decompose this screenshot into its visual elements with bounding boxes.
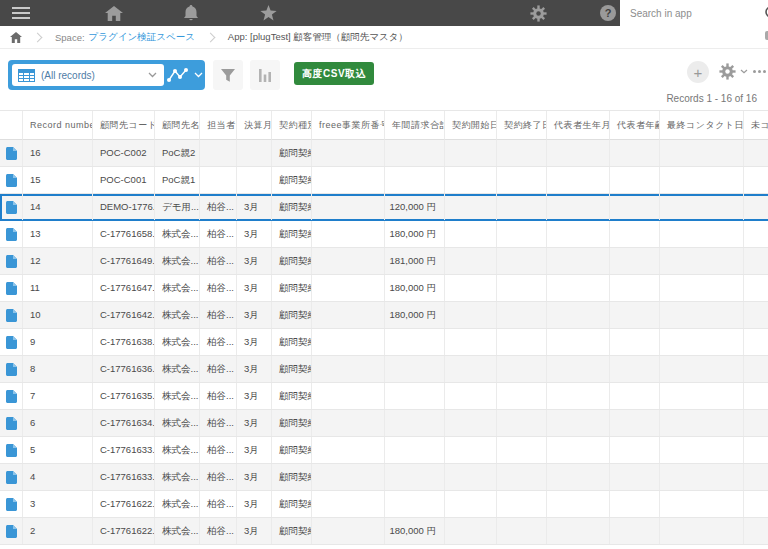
table-row[interactable]: 14DEMO-1776...デモ用...柏谷...3月顧問契約120,000 円 bbox=[0, 194, 768, 221]
column-header[interactable]: 顧問先名 bbox=[155, 111, 200, 140]
record-open-icon[interactable] bbox=[0, 248, 23, 274]
table-row[interactable]: 15POC-C001PoC親1顧問契約 bbox=[0, 167, 768, 194]
table-cell: DEMO-1776... bbox=[93, 194, 155, 220]
table-row[interactable]: 9C-17761638...株式会...柏谷...3月顧問契約 bbox=[0, 329, 768, 356]
home-icon[interactable] bbox=[102, 0, 126, 26]
node-graph-icon bbox=[167, 67, 189, 83]
record-open-icon[interactable] bbox=[0, 140, 23, 166]
app-settings-button[interactable] bbox=[719, 63, 748, 80]
table-cell bbox=[385, 329, 445, 355]
record-open-icon[interactable] bbox=[0, 194, 23, 220]
table-cell: 顧問契約 bbox=[272, 410, 312, 436]
column-header[interactable]: 年間請求合計 bbox=[385, 111, 445, 140]
column-header[interactable]: 最終コンタクト日 bbox=[660, 111, 744, 140]
table-row[interactable]: 4C-17761633...株式会...柏谷...3月顧問契約 bbox=[0, 464, 768, 491]
settings-gear-icon[interactable] bbox=[526, 0, 550, 26]
table-cell: 柏谷... bbox=[200, 356, 237, 382]
column-header[interactable]: 契約種別 bbox=[272, 111, 312, 140]
column-header[interactable]: Record number bbox=[23, 111, 93, 140]
table-cell: 顧問契約 bbox=[272, 437, 312, 463]
record-open-icon[interactable] bbox=[0, 221, 23, 247]
column-header[interactable]: 代表者年齢 bbox=[610, 111, 660, 140]
add-record-button[interactable]: + bbox=[687, 61, 709, 83]
table-cell: C-17761622... bbox=[93, 518, 155, 544]
breadcrumb-app-label[interactable]: App: [plugTest] 顧客管理（顧問先マスタ） bbox=[228, 31, 408, 44]
record-open-icon[interactable] bbox=[0, 491, 23, 517]
table-cell bbox=[610, 464, 660, 490]
table-cell bbox=[312, 167, 385, 193]
table-cell bbox=[312, 329, 385, 355]
record-open-icon[interactable] bbox=[0, 437, 23, 463]
column-header[interactable]: 代表者生年月日 bbox=[547, 111, 610, 140]
search-icon[interactable] bbox=[764, 0, 768, 26]
chart-button[interactable] bbox=[250, 60, 280, 90]
filter-button[interactable] bbox=[213, 60, 243, 90]
table-row[interactable]: 13C-17761658...株式会...柏谷...3月顧問契約180,000 … bbox=[0, 221, 768, 248]
more-options-button[interactable] bbox=[753, 62, 766, 80]
table-row[interactable]: 6C-17761634...株式会...柏谷...3月顧問契約 bbox=[0, 410, 768, 437]
column-header-empty bbox=[0, 111, 23, 140]
table-cell bbox=[547, 491, 610, 517]
breadcrumb-home-icon[interactable] bbox=[10, 32, 22, 43]
table-cell: 180,000 円 bbox=[385, 221, 445, 247]
table-cell bbox=[445, 140, 497, 166]
record-open-icon[interactable] bbox=[0, 329, 23, 355]
table-row[interactable]: 10C-17761642...株式会...柏谷...3月顧問契約180,000 … bbox=[0, 302, 768, 329]
table-cell bbox=[312, 194, 385, 220]
column-header[interactable]: 未コ bbox=[744, 111, 768, 140]
record-open-icon[interactable] bbox=[0, 518, 23, 544]
column-header[interactable]: 契約開始日 bbox=[445, 111, 497, 140]
table-cell: 180,000 円 bbox=[385, 275, 445, 301]
table-cell bbox=[660, 464, 744, 490]
table-row[interactable]: 16POC-C002PoC親2顧問契約 bbox=[0, 140, 768, 167]
search-input[interactable] bbox=[628, 1, 764, 25]
table-cell: 顧問契約 bbox=[272, 194, 312, 220]
column-header[interactable]: 担当者 bbox=[200, 111, 237, 140]
advanced-csv-import-button[interactable]: 高度CSV取込 bbox=[294, 62, 374, 85]
table-row[interactable]: 12C-17761649...株式会...柏谷...3月顧問契約181,000 … bbox=[0, 248, 768, 275]
file-icon bbox=[6, 228, 17, 241]
column-header[interactable]: 顧問先コード bbox=[93, 111, 155, 140]
table-cell bbox=[547, 410, 610, 436]
table-row[interactable]: 8C-17761636...株式会...柏谷...3月顧問契約 bbox=[0, 356, 768, 383]
record-open-icon[interactable] bbox=[0, 356, 23, 382]
table-row[interactable]: 7C-17761635...株式会...柏谷...3月顧問契約 bbox=[0, 383, 768, 410]
table-row[interactable]: 2C-17761622...株式会...柏谷...3月顧問契約180,000 円 bbox=[0, 518, 768, 545]
record-open-icon[interactable] bbox=[0, 302, 23, 328]
table-cell bbox=[610, 194, 660, 220]
hamburger-menu-icon[interactable] bbox=[8, 0, 34, 26]
column-header[interactable]: freee事業所番号 bbox=[312, 111, 385, 140]
favorites-star-icon[interactable] bbox=[256, 0, 280, 26]
gear-icon bbox=[719, 63, 736, 80]
table-cell: 柏谷... bbox=[200, 275, 237, 301]
table-cell bbox=[497, 221, 547, 247]
column-header[interactable]: 契約終了日 bbox=[497, 111, 547, 140]
file-icon bbox=[6, 444, 17, 457]
table-cell: 株式会... bbox=[155, 221, 200, 247]
table-cell bbox=[497, 437, 547, 463]
record-open-icon[interactable] bbox=[0, 410, 23, 436]
plugin-graph-view-button[interactable] bbox=[164, 60, 205, 90]
table-cell bbox=[312, 248, 385, 274]
breadcrumb-separator bbox=[33, 32, 43, 42]
table-cell bbox=[497, 248, 547, 274]
record-open-icon[interactable] bbox=[0, 167, 23, 193]
table-cell bbox=[497, 410, 547, 436]
table-row[interactable]: 5C-17761633...株式会...柏谷...3月顧問契約 bbox=[0, 437, 768, 464]
record-open-icon[interactable] bbox=[0, 383, 23, 409]
record-open-icon[interactable] bbox=[0, 464, 23, 490]
view-selector-dropdown[interactable]: (All records) bbox=[12, 64, 164, 86]
record-open-icon[interactable] bbox=[0, 275, 23, 301]
table-row[interactable]: 3C-17761622...株式会...柏谷...3月顧問契約 bbox=[0, 491, 768, 518]
table-cell: 5 bbox=[23, 437, 93, 463]
table-cell: 3月 bbox=[237, 518, 272, 544]
table-cell: 15 bbox=[23, 167, 93, 193]
column-header[interactable]: 決算月 bbox=[237, 111, 272, 140]
notification-bell-icon[interactable] bbox=[180, 0, 202, 26]
table-row[interactable]: 11C-17761647...株式会...柏谷...3月顧問契約180,000 … bbox=[0, 275, 768, 302]
table-cell bbox=[312, 518, 385, 544]
breadcrumb-space-link[interactable]: プラグイン検証スペース bbox=[89, 31, 195, 44]
breadcrumb: Space: プラグイン検証スペース App: [plugTest] 顧客管理（… bbox=[0, 26, 768, 49]
table-cell bbox=[445, 356, 497, 382]
help-icon[interactable]: ? bbox=[596, 0, 620, 26]
